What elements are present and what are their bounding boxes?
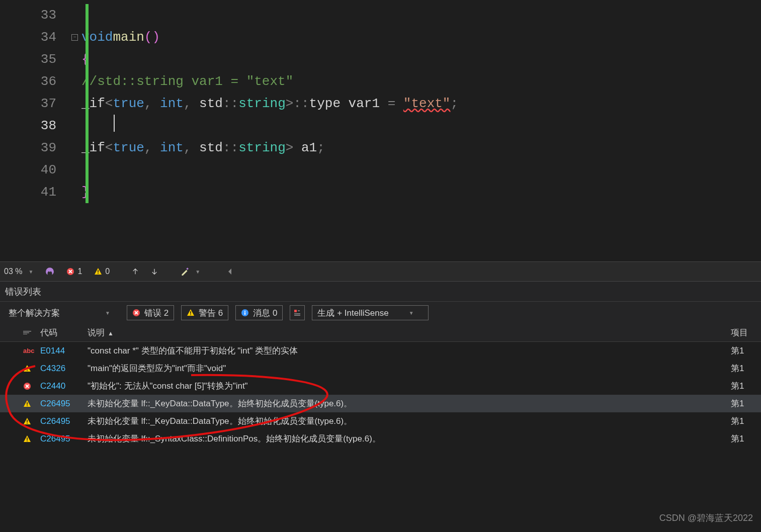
panel-title-text: 错误列表 bbox=[5, 286, 41, 298]
row-proj: 第1 bbox=[731, 345, 761, 357]
col-proj-header[interactable]: 项目 bbox=[731, 327, 761, 338]
svg-rect-19 bbox=[27, 420, 28, 422]
error-row[interactable]: C26495未初始化变量 lf::_KeyData::DataType。始终初始… bbox=[0, 395, 761, 412]
chevron-down-icon: ▼ bbox=[105, 310, 110, 316]
row-proj: 第1 bbox=[731, 398, 761, 409]
zoom-level[interactable]: 03 % ▼ bbox=[4, 267, 33, 276]
text-cursor bbox=[114, 115, 115, 132]
chevron-down-icon: ▼ bbox=[409, 310, 414, 316]
row-proj: 第1 bbox=[731, 380, 761, 392]
zoom-text: 03 % bbox=[4, 267, 22, 276]
svg-rect-11 bbox=[23, 331, 31, 332]
row-desc: "初始化": 无法从"const char [5]"转换为"int" bbox=[88, 380, 731, 392]
line-number: 33 bbox=[0, 4, 70, 26]
svg-rect-20 bbox=[27, 423, 28, 424]
row-code: C26495 bbox=[40, 399, 88, 409]
watermark: CSDN @碧海蓝天2022 bbox=[659, 512, 753, 524]
svg-rect-15 bbox=[27, 370, 28, 371]
kw-int: int bbox=[160, 140, 184, 155]
error-icon bbox=[132, 309, 140, 317]
intellisense-icon[interactable] bbox=[45, 267, 54, 276]
nav-up-icon[interactable] bbox=[132, 268, 139, 275]
col-code-text: 代码 bbox=[40, 328, 57, 337]
chevron-down-icon: ▼ bbox=[195, 269, 200, 275]
status-warnings[interactable]: 0 bbox=[94, 267, 110, 276]
svg-rect-3 bbox=[98, 273, 99, 274]
col-category[interactable] bbox=[23, 331, 40, 334]
row-type-icon bbox=[23, 365, 40, 373]
fold-column: − bbox=[70, 0, 81, 261]
code-line-41: } bbox=[81, 181, 761, 203]
cleanup-icon[interactable]: ▼ bbox=[180, 267, 200, 276]
row-proj: 第1 bbox=[731, 415, 761, 427]
info-toggle[interactable]: 消息 0 bbox=[235, 305, 283, 320]
chevron-down-icon: ▼ bbox=[28, 269, 33, 275]
error-row[interactable]: C2440"初始化": 无法从"const char [5]"转换为"int"第… bbox=[0, 377, 761, 395]
error-row[interactable]: abcE0144"const char *" 类型的值不能用于初始化 "int"… bbox=[0, 342, 761, 360]
warn-count: 0 bbox=[105, 267, 110, 276]
code-line-40 bbox=[81, 159, 761, 181]
line-gutter: 33 34 35 36 37 38 39 40 41 bbox=[0, 0, 70, 261]
row-type-icon: abc bbox=[23, 347, 40, 354]
row-code: C4326 bbox=[40, 364, 88, 374]
row-desc: 未初始化变量 lf::_KeyData::DataType。始终初始化成员变量(… bbox=[88, 398, 731, 409]
sp bbox=[341, 96, 349, 111]
code-line-39: _if<true, int, std::string> a1; bbox=[81, 137, 761, 159]
scope-combo[interactable]: 整个解决方案 ▼ bbox=[4, 306, 120, 320]
sp bbox=[293, 140, 301, 155]
left-scroll-icon[interactable] bbox=[227, 268, 232, 275]
code-line-35: { bbox=[81, 48, 761, 70]
scope: :: bbox=[293, 96, 309, 111]
lt: < bbox=[105, 96, 113, 111]
error-row[interactable]: C4326"main"的返回类型应为"int"而非"void"第1 bbox=[0, 360, 761, 377]
row-desc: 未初始化变量 lf::_KeyData::DataType。始终初始化成员变量(… bbox=[88, 415, 731, 427]
svg-rect-17 bbox=[27, 402, 28, 405]
svg-rect-14 bbox=[27, 367, 28, 370]
error-row[interactable]: C26495未初始化变量 lf::_KeyData::DataType。始终初始… bbox=[0, 412, 761, 430]
assign: = bbox=[380, 96, 403, 111]
col-code-header[interactable]: 代码 bbox=[40, 327, 88, 338]
error-table-header: 代码 说明▲ 项目 bbox=[0, 324, 761, 342]
error-row[interactable]: C26495未初始化变量 lf::_SyntaxClass::Definitio… bbox=[0, 430, 761, 448]
kw-true: true bbox=[113, 140, 144, 155]
line-number: 36 bbox=[0, 70, 70, 93]
code-area[interactable]: void main() { //std::string var1 = "text… bbox=[81, 0, 761, 261]
svg-rect-6 bbox=[190, 314, 191, 315]
row-desc: "const char *" 类型的值不能用于初始化 "int" 类型的实体 bbox=[88, 345, 731, 357]
type-string: string bbox=[238, 96, 286, 111]
semi: ; bbox=[450, 96, 458, 111]
svg-rect-10 bbox=[294, 310, 297, 312]
fold-toggle-icon[interactable]: − bbox=[71, 34, 78, 41]
filter-icon-button[interactable] bbox=[290, 305, 305, 320]
error-table: 代码 说明▲ 项目 abcE0144"const char *" 类型的值不能用… bbox=[0, 324, 761, 448]
row-code: C26495 bbox=[40, 434, 88, 444]
row-type-icon bbox=[23, 417, 40, 425]
svg-rect-13 bbox=[23, 334, 27, 334]
bracket-guide bbox=[86, 4, 89, 203]
svg-rect-21 bbox=[27, 437, 28, 440]
col-desc-header[interactable]: 说明▲ bbox=[88, 327, 731, 338]
nav-down-icon[interactable] bbox=[151, 268, 158, 275]
error-icon bbox=[66, 268, 74, 276]
gt: > bbox=[286, 96, 294, 111]
code-editor[interactable]: 33 34 35 36 37 38 39 40 41 − void main()… bbox=[0, 0, 761, 261]
line-number: 34 bbox=[0, 26, 70, 48]
errors-toggle-text: 错误 2 bbox=[144, 307, 168, 319]
comment: //std::string var1 = "text" bbox=[81, 74, 293, 89]
build-intellisense-combo[interactable]: 生成 + IntelliSense ▼ bbox=[312, 305, 428, 320]
svg-rect-22 bbox=[27, 440, 28, 441]
kw-int: int bbox=[160, 96, 184, 111]
row-code: C2440 bbox=[40, 381, 88, 391]
row-desc: "main"的返回类型应为"int"而非"void" bbox=[88, 363, 731, 374]
svg-rect-18 bbox=[27, 405, 28, 406]
build-combo-text: 生成 + IntelliSense bbox=[317, 307, 388, 319]
warnings-toggle[interactable]: 警告 6 bbox=[181, 305, 228, 320]
errors-toggle[interactable]: 错误 2 bbox=[127, 305, 174, 320]
scope: :: bbox=[223, 140, 238, 155]
code-line-38 bbox=[81, 115, 761, 137]
string-literal: "text" bbox=[403, 96, 451, 111]
editor-status-bar: 03 % ▼ 1 0 ▼ bbox=[0, 261, 761, 282]
svg-rect-9 bbox=[244, 311, 245, 312]
status-errors[interactable]: 1 bbox=[66, 267, 82, 276]
comma: , bbox=[184, 140, 199, 155]
